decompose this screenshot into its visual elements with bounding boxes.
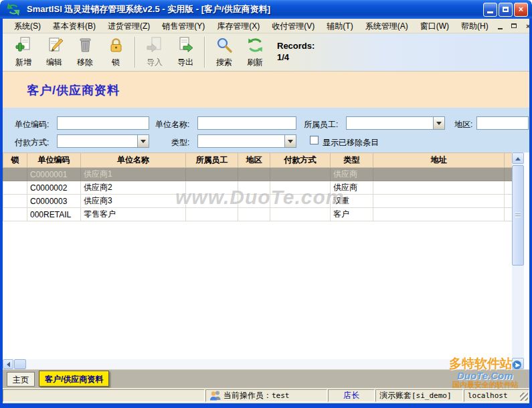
employee-label: 所属员工:	[304, 119, 338, 130]
refresh-button[interactable]: 刷新	[240, 35, 270, 69]
menu-item-6[interactable]: 辅助(T)	[321, 19, 359, 33]
edit-doc-icon	[46, 36, 64, 56]
cell-0-2: 供应商1	[81, 168, 186, 181]
window-border-right	[529, 19, 532, 408]
cell-2-4	[238, 195, 270, 208]
mdi-restore-button[interactable]	[509, 21, 520, 31]
account-value: [si_demo]	[412, 391, 452, 400]
cell-0-1: C0000001	[27, 168, 81, 181]
lock-icon	[107, 36, 125, 56]
search-button-label: 搜索	[216, 57, 232, 68]
type-dropdown-button[interactable]	[284, 135, 296, 147]
type-select[interactable]	[197, 134, 296, 148]
cell-1-6: 供应商	[331, 181, 373, 195]
cell-2-8	[505, 195, 513, 208]
cell-1-3	[186, 181, 238, 195]
remove-button[interactable]: 移除	[70, 35, 100, 69]
minimize-button[interactable]	[483, 3, 497, 17]
cell-2-0	[3, 195, 27, 208]
cell-3-3	[186, 208, 238, 221]
refresh-icon	[246, 36, 264, 56]
refresh-button-label: 刷新	[247, 57, 263, 68]
scroll-down-button[interactable]	[512, 358, 524, 369]
search-panel: 单位编码: 单位名称: 所属员工: 地区: 付款方式: 类型: 显示已移除条目	[3, 108, 529, 152]
table-row-1[interactable]: C0000002供应商2供应商	[3, 181, 513, 195]
scroll-up-button[interactable]	[512, 152, 524, 164]
cell-2-2: 供应商3	[81, 195, 186, 208]
edit-button[interactable]: 编辑	[39, 35, 70, 69]
cell-3-4	[238, 208, 270, 221]
column-header-1[interactable]: 单位编码	[27, 153, 81, 168]
table-header-row: 锁单位编码单位名称所属员工地区付款方式类型地址	[3, 153, 513, 168]
cell-2-5	[270, 195, 331, 208]
unit-name-input[interactable]	[197, 116, 296, 130]
column-header-7[interactable]: 地址	[373, 153, 505, 168]
table-row-2[interactable]: C0000003供应商3双重	[3, 195, 513, 208]
cell-3-0	[3, 208, 27, 221]
type-label: 类型:	[171, 137, 189, 148]
vertical-scroll-thumb[interactable]	[512, 165, 524, 266]
menu-item-8[interactable]: 窗口(W)	[414, 19, 455, 33]
region-input[interactable]	[476, 116, 529, 130]
window-border-left	[0, 19, 3, 408]
payment-dropdown-button[interactable]	[137, 135, 149, 147]
column-header-8[interactable]	[505, 153, 513, 168]
close-button[interactable]: ×	[514, 3, 528, 17]
cell-2-6: 双重	[331, 195, 373, 208]
status-panel-account: 演示账套 [si_demo]	[375, 389, 463, 402]
remove-button-label: 移除	[77, 57, 93, 68]
column-header-0[interactable]: 锁	[3, 153, 27, 168]
app-logo-icon	[7, 3, 20, 15]
table-row-3[interactable]: 000RETAIL零售客户客户	[3, 208, 513, 221]
menu-item-0[interactable]: 系统(S)	[8, 19, 47, 33]
menu-item-7[interactable]: 系统管理(A)	[359, 19, 414, 33]
unit-code-input[interactable]	[57, 116, 149, 130]
horizontal-scroll-thumb[interactable]	[14, 359, 26, 369]
employee-select[interactable]	[346, 116, 445, 130]
show-removed-label: 显示已移除条目	[323, 137, 379, 148]
data-grid: 锁单位编码单位名称所属员工地区付款方式类型地址 C0000001供应商1供应商C…	[3, 152, 529, 369]
column-header-4[interactable]: 地区	[238, 153, 270, 168]
cell-3-8	[505, 208, 513, 221]
scroll-left-button[interactable]	[3, 359, 13, 369]
payment-select[interactable]	[57, 134, 149, 148]
export-button[interactable]: 导出	[170, 35, 201, 69]
column-header-2[interactable]: 单位名称	[81, 153, 186, 168]
vertical-scrollbar[interactable]	[512, 152, 524, 369]
employee-dropdown-button[interactable]	[433, 117, 444, 129]
lock-button[interactable]: 锁	[100, 35, 131, 69]
show-removed-checkbox[interactable]	[310, 136, 319, 144]
lock-button-label: 锁	[112, 57, 120, 68]
cell-1-0	[3, 181, 27, 195]
menu-item-4[interactable]: 库存管理(X)	[211, 19, 266, 33]
cell-0-4	[238, 168, 270, 181]
menu-item-3[interactable]: 销售管理(Y)	[156, 19, 211, 33]
menu-item-1[interactable]: 基本资料(B)	[47, 19, 102, 33]
operator-label: 当前操作员：	[224, 390, 272, 401]
page-title-band: 客户/供应商资料	[3, 72, 529, 108]
tab-active-1[interactable]: 客户/供应商资料	[39, 371, 109, 387]
column-header-3[interactable]: 所属员工	[186, 153, 238, 168]
menu-item-5[interactable]: 收付管理(V)	[266, 19, 321, 33]
add-doc-icon	[15, 36, 33, 56]
search-button[interactable]: 搜索	[209, 35, 240, 69]
unit-name-label: 单位名称:	[155, 119, 189, 130]
maximize-button[interactable]	[499, 3, 513, 17]
import-icon	[146, 36, 164, 56]
payment-label: 付款方式:	[15, 137, 49, 148]
column-header-6[interactable]: 类型	[331, 153, 373, 168]
column-header-5[interactable]: 付款方式	[270, 153, 331, 168]
resize-grip[interactable]	[520, 393, 528, 401]
tab-0[interactable]: 主页	[7, 372, 35, 387]
table-row-0[interactable]: C0000001供应商1供应商	[3, 168, 513, 181]
cell-1-8	[505, 181, 513, 195]
mdi-minimize-button[interactable]	[495, 21, 506, 31]
horizontal-scrollbar[interactable]	[3, 359, 509, 369]
menu-item-2[interactable]: 进货管理(Z)	[102, 19, 156, 33]
menu-item-9[interactable]: 帮助(H)	[455, 19, 495, 33]
add-button[interactable]: 新增	[8, 35, 39, 69]
page-title: 客户/供应商资料	[27, 82, 120, 98]
records-counter: Records: 1/4	[277, 41, 315, 64]
import-button-label: 导入	[147, 57, 163, 68]
cell-1-2: 供应商2	[81, 181, 186, 195]
